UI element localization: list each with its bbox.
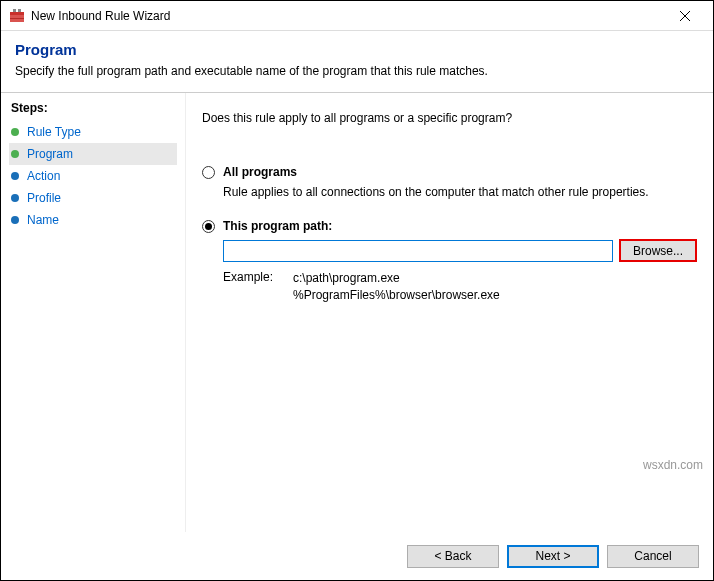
svg-rect-3 xyxy=(13,9,16,12)
page-title: Program xyxy=(15,41,699,58)
radio-icon[interactable] xyxy=(202,220,215,233)
step-bullet-icon xyxy=(11,194,19,202)
step-bullet-icon xyxy=(11,150,19,158)
firewall-icon xyxy=(9,8,25,24)
step-bullet-icon xyxy=(11,172,19,180)
browse-button[interactable]: Browse... xyxy=(619,239,697,262)
option-this-program-path[interactable]: This program path: xyxy=(202,219,697,233)
option-all-programs[interactable]: All programs xyxy=(202,165,697,179)
step-action[interactable]: Action xyxy=(9,165,177,187)
step-label: Rule Type xyxy=(27,125,81,139)
wizard-footer: < Back Next > Cancel xyxy=(1,532,713,580)
radio-icon[interactable] xyxy=(202,166,215,179)
svg-rect-2 xyxy=(10,18,24,19)
next-button[interactable]: Next > xyxy=(507,545,599,568)
step-label: Action xyxy=(27,169,60,183)
option-all-programs-desc: Rule applies to all connections on the c… xyxy=(223,185,697,199)
step-rule-type[interactable]: Rule Type xyxy=(9,121,177,143)
back-button[interactable]: < Back xyxy=(407,545,499,568)
watermark: wsxdn.com xyxy=(643,458,703,472)
step-label: Program xyxy=(27,147,73,161)
step-label: Name xyxy=(27,213,59,227)
wizard-header: Program Specify the full program path an… xyxy=(1,31,713,93)
example-label: Example: xyxy=(223,270,293,304)
svg-rect-1 xyxy=(10,12,24,15)
svg-rect-4 xyxy=(18,9,21,12)
example-paths: c:\path\program.exe %ProgramFiles%\brows… xyxy=(293,270,500,304)
step-bullet-icon xyxy=(11,216,19,224)
question-text: Does this rule apply to all programs or … xyxy=(202,111,697,125)
title-bar: New Inbound Rule Wizard xyxy=(1,1,713,31)
step-bullet-icon xyxy=(11,128,19,136)
example-path-1: c:\path\program.exe xyxy=(293,270,500,287)
close-button[interactable] xyxy=(665,2,705,30)
steps-sidebar: Steps: Rule Type Program Action Profile … xyxy=(1,93,186,532)
step-program[interactable]: Program xyxy=(9,143,177,165)
window-title: New Inbound Rule Wizard xyxy=(31,9,665,23)
step-profile[interactable]: Profile xyxy=(9,187,177,209)
option-label: All programs xyxy=(223,165,297,179)
program-path-input[interactable] xyxy=(223,240,613,262)
option-label: This program path: xyxy=(223,219,332,233)
main-panel: Does this rule apply to all programs or … xyxy=(186,93,713,532)
example-path-2: %ProgramFiles%\browser\browser.exe xyxy=(293,287,500,304)
page-description: Specify the full program path and execut… xyxy=(15,64,699,78)
step-name[interactable]: Name xyxy=(9,209,177,231)
step-label: Profile xyxy=(27,191,61,205)
cancel-button[interactable]: Cancel xyxy=(607,545,699,568)
steps-title: Steps: xyxy=(9,101,177,115)
